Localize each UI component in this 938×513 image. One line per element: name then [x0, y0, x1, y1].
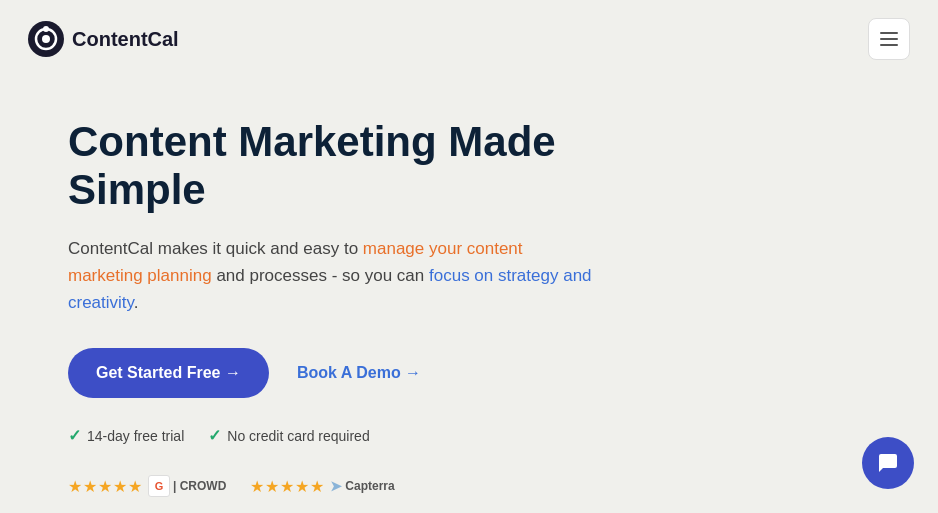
g2-star-1: ★ [68, 477, 82, 496]
g2-star-5: ★ [128, 477, 142, 496]
subtitle-text-2: and processes - so you can [212, 266, 429, 285]
logo: ContentCal [28, 21, 179, 57]
capterra-stars: ★ ★ ★ ★ ★ [250, 477, 324, 496]
navbar: ContentCal [0, 0, 938, 78]
check-icon-card: ✓ [208, 426, 221, 445]
capterra-star-2: ★ [265, 477, 279, 496]
g2-stars: ★ ★ ★ ★ ★ [68, 477, 142, 496]
trust-row: ✓ 14-day free trial ✓ No credit card req… [68, 426, 592, 445]
get-started-button[interactable]: Get Started Free → [68, 348, 269, 398]
hero-title: Content Marketing Made Simple [68, 118, 592, 215]
menu-line-2 [880, 38, 898, 40]
trust-item-trial: ✓ 14-day free trial [68, 426, 184, 445]
check-icon-trial: ✓ [68, 426, 81, 445]
capterra-star-5: ★ [310, 477, 324, 496]
logo-icon [28, 21, 64, 57]
g2-star-2: ★ [83, 477, 97, 496]
trust-item-card: ✓ No credit card required [208, 426, 369, 445]
subtitle-text-1: ContentCal makes it quick and easy to [68, 239, 363, 258]
capterra-star-3: ★ [280, 477, 294, 496]
ratings-row: ★ ★ ★ ★ ★ G | CROWD ★ ★ ★ ★ ★ ➤ Capter [68, 475, 592, 497]
chat-icon [876, 451, 900, 475]
cta-row: Get Started Free → Book A Demo → [68, 348, 592, 398]
g2-star-3: ★ [98, 477, 112, 496]
g2-logo: G | CROWD [148, 475, 226, 497]
subtitle-end: . [134, 293, 139, 312]
capterra-star-1: ★ [250, 477, 264, 496]
logo-text: ContentCal [72, 28, 179, 51]
chat-button[interactable] [862, 437, 914, 489]
rating-g2: ★ ★ ★ ★ ★ G | CROWD [68, 475, 226, 497]
svg-point-3 [43, 26, 49, 32]
capterra-arrow-icon: ➤ [330, 478, 342, 494]
rating-capterra: ★ ★ ★ ★ ★ ➤ Capterra [250, 477, 394, 496]
menu-line-3 [880, 44, 898, 46]
capterra-star-4: ★ [295, 477, 309, 496]
g2-icon: G [148, 475, 170, 497]
svg-point-2 [42, 35, 50, 43]
book-demo-link[interactable]: Book A Demo → [297, 364, 421, 382]
trust-label-trial: 14-day free trial [87, 428, 184, 444]
g2-star-4: ★ [113, 477, 127, 496]
capterra-logo: ➤ Capterra [330, 478, 394, 494]
trust-label-card: No credit card required [227, 428, 369, 444]
hero-section: Content Marketing Made Simple ContentCal… [0, 78, 620, 513]
hero-subtitle: ContentCal makes it quick and easy to ma… [68, 235, 592, 317]
g2-label: | CROWD [173, 479, 226, 493]
menu-button[interactable] [868, 18, 910, 60]
menu-line-1 [880, 32, 898, 34]
capterra-label: Capterra [345, 479, 394, 493]
